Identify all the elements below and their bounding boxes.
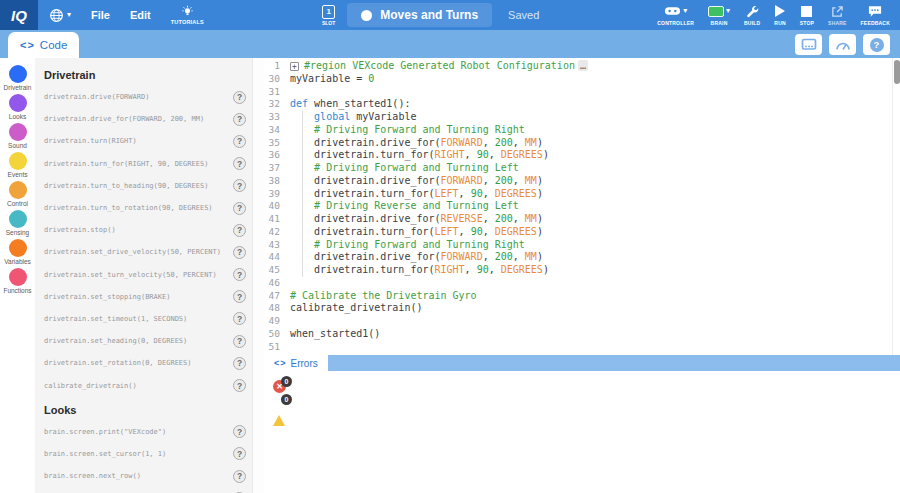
code-line[interactable]: 43 # Driving Forward and Turning Right: [264, 239, 892, 252]
command-item[interactable]: brain.screen.set_cursor(1, 1)?: [35, 443, 252, 465]
edit-menu[interactable]: Edit: [130, 0, 151, 30]
code-editor[interactable]: 1+#region VEXcode Generated Robot Config…: [264, 58, 892, 355]
tab-code[interactable]: <> Code: [8, 32, 79, 58]
sidebar-item-functions[interactable]: Functions: [0, 268, 35, 295]
command-item[interactable]: drivetrain.turn_to_heading(90, DEGREES)?: [35, 175, 252, 197]
command-help-button[interactable]: ?: [233, 113, 246, 126]
sidebar-item-events[interactable]: Events: [0, 152, 35, 179]
build-button[interactable]: BUILD: [744, 0, 760, 30]
command-help-button[interactable]: ?: [233, 268, 246, 281]
command-help-button[interactable]: ?: [233, 312, 246, 325]
sidebar-item-looks[interactable]: Looks: [0, 94, 35, 121]
code-line[interactable]: 39 drivetrain.turn_for(LEFT, 90, DEGREES…: [264, 188, 892, 201]
code-line[interactable]: 48calibrate_drivetrain(): [264, 302, 892, 315]
looks-category-icon[interactable]: [9, 94, 27, 112]
command-help-button[interactable]: ?: [233, 246, 246, 259]
command-item[interactable]: brain.screen.clear_screen()?: [35, 487, 252, 493]
command-item[interactable]: drivetrain.stop()?: [35, 219, 252, 241]
command-item[interactable]: brain.screen.print("VEXcode")?: [35, 421, 252, 443]
functions-category-icon[interactable]: [9, 268, 27, 286]
command-item[interactable]: drivetrain.set_turn_velocity(50, PERCENT…: [35, 264, 252, 286]
line-number: 45: [264, 264, 290, 277]
command-item[interactable]: drivetrain.turn_for(RIGHT, 90, DEGREES)?: [35, 153, 252, 175]
code-line[interactable]: 31: [264, 86, 892, 99]
sidebar-item-control[interactable]: Control: [0, 181, 35, 208]
command-help-button[interactable]: ?: [233, 470, 246, 483]
command-help-button[interactable]: ?: [233, 135, 246, 148]
command-help-button[interactable]: ?: [233, 91, 246, 104]
print-console-button[interactable]: [795, 34, 822, 55]
sidebar-item-drivetrain[interactable]: Drivetrain: [0, 65, 35, 92]
sidebar-item-sensing[interactable]: Sensing: [0, 210, 35, 237]
command-item[interactable]: calibrate_drivetrain()?: [35, 374, 252, 396]
slot-button[interactable]: 1 SLOT: [322, 0, 335, 30]
command-item[interactable]: drivetrain.turn(RIGHT)?: [35, 130, 252, 152]
events-category-icon[interactable]: [9, 152, 27, 170]
code-line[interactable]: 49: [264, 315, 892, 328]
code-line[interactable]: 38 drivetrain.drive_for(FORWARD, 200, MM…: [264, 175, 892, 188]
scrollbar-thumb[interactable]: [894, 60, 900, 84]
sensing-category-icon[interactable]: [9, 210, 27, 228]
command-help-button[interactable]: ?: [233, 357, 246, 370]
code-line[interactable]: 51: [264, 341, 892, 354]
brain-button[interactable]: ▾ BRAIN: [708, 0, 730, 30]
code-line[interactable]: 30myVariable = 0: [264, 73, 892, 86]
code-line[interactable]: 41 drivetrain.drive_for(REVERSE, 200, MM…: [264, 213, 892, 226]
command-item[interactable]: drivetrain.set_stopping(BRAKE)?: [35, 286, 252, 308]
feedback-button[interactable]: FEEDBACK: [861, 0, 890, 30]
help-button[interactable]: ?: [863, 34, 890, 55]
file-menu[interactable]: File: [91, 0, 110, 30]
variables-category-icon[interactable]: [9, 239, 27, 257]
drivetrain-category-icon[interactable]: [9, 65, 27, 83]
run-button[interactable]: RUN: [774, 0, 785, 30]
code-line[interactable]: 42 drivetrain.turn_for(LEFT, 90, DEGREES…: [264, 226, 892, 239]
command-help-button[interactable]: ?: [233, 335, 246, 348]
command-help-button[interactable]: ?: [233, 425, 246, 438]
code-line[interactable]: 40 # Driving Reverse and Turning Left: [264, 200, 892, 213]
command-help-button[interactable]: ?: [233, 290, 246, 303]
code-line[interactable]: 37 # Driving Forward and Turning Left: [264, 162, 892, 175]
command-help-button[interactable]: ?: [233, 447, 246, 460]
code-line[interactable]: 35 drivetrain.drive_for(FORWARD, 200, MM…: [264, 137, 892, 150]
fold-toggle-icon[interactable]: +: [290, 62, 299, 71]
stop-button[interactable]: STOP: [800, 0, 814, 30]
command-item[interactable]: brain.screen.next_row()?: [35, 465, 252, 487]
command-help-button[interactable]: ?: [233, 179, 246, 192]
tab-errors[interactable]: <> Errors: [264, 355, 328, 371]
command-item[interactable]: drivetrain.set_heading(0, DEGREES)?: [35, 330, 252, 352]
command-list-scrollbar[interactable]: [252, 58, 264, 493]
editor-scrollbar[interactable]: [892, 58, 900, 355]
command-item[interactable]: drivetrain.drive(FORWARD)?: [35, 86, 252, 108]
code-line[interactable]: 46: [264, 277, 892, 290]
controller-button[interactable]: ▾ CONTROLLER: [657, 0, 694, 30]
code-line[interactable]: 45 drivetrain.turn_for(RIGHT, 90, DEGREE…: [264, 264, 892, 277]
code-line[interactable]: 34 # Driving Forward and Turning Right: [264, 124, 892, 137]
command-text: drivetrain.turn_for(RIGHT, 90, DEGREES): [44, 160, 233, 168]
share-button[interactable]: SHARE: [828, 0, 847, 30]
command-help-button[interactable]: ?: [233, 157, 246, 170]
code-line[interactable]: 50when_started1(): [264, 328, 892, 341]
command-help-button[interactable]: ?: [233, 202, 246, 215]
sidebar-item-variables[interactable]: Variables: [0, 239, 35, 266]
command-item[interactable]: drivetrain.set_timeout(1, SECONDS)?: [35, 308, 252, 330]
command-help-button[interactable]: ?: [233, 379, 246, 392]
code-line[interactable]: 44 drivetrain.drive_for(FORWARD, 200, MM…: [264, 251, 892, 264]
dashboard-button[interactable]: [829, 34, 856, 55]
tutorials-button[interactable]: TUTORIALS: [171, 0, 204, 30]
code-line[interactable]: 32def when_started1():: [264, 98, 892, 111]
sidebar-item-sound[interactable]: Sound: [0, 123, 35, 150]
command-item[interactable]: drivetrain.drive_for(FORWARD, 200, MM)?: [35, 108, 252, 130]
code-line[interactable]: 36 drivetrain.turn_for(RIGHT, 90, DEGREE…: [264, 149, 892, 162]
sound-category-icon[interactable]: [9, 123, 27, 141]
command-help-button[interactable]: ?: [233, 224, 246, 237]
line-number: 35: [264, 137, 290, 150]
control-category-icon[interactable]: [9, 181, 27, 199]
code-line[interactable]: 1+#region VEXcode Generated Robot Config…: [264, 60, 892, 73]
code-line[interactable]: 47# Calibrate the Drivetrain Gyro: [264, 290, 892, 303]
language-menu[interactable]: ▾: [49, 0, 71, 30]
command-item[interactable]: drivetrain.set_rotation(0, DEGREES)?: [35, 352, 252, 374]
code-line[interactable]: 33 global myVariable: [264, 111, 892, 124]
command-item[interactable]: drivetrain.set_drive_velocity(50, PERCEN…: [35, 241, 252, 263]
project-name-button[interactable]: Moves and Turns: [347, 3, 492, 27]
command-item[interactable]: drivetrain.turn_to_rotation(90, DEGREES)…: [35, 197, 252, 219]
